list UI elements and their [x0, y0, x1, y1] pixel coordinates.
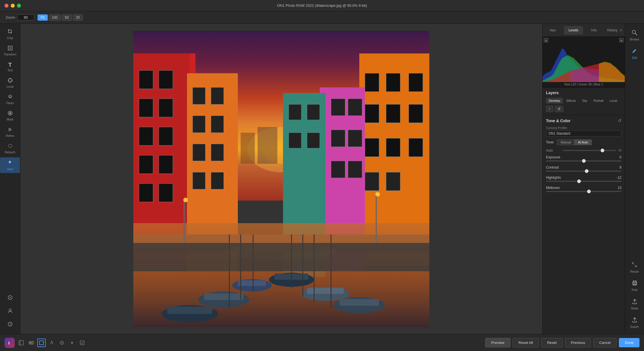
- zoom-100[interactable]: 100: [49, 14, 61, 21]
- layer-tab-sky[interactable]: Sky: [579, 98, 590, 104]
- maximize-button[interactable]: [17, 4, 21, 8]
- checkbox-icon[interactable]: [78, 339, 86, 347]
- layer-reset-btn[interactable]: ↺: [555, 106, 563, 112]
- tone-manual-btn[interactable]: Manual: [557, 139, 575, 145]
- traffic-lights[interactable]: [5, 4, 21, 8]
- contrast-thumb[interactable]: [585, 169, 589, 173]
- reset-all-button[interactable]: Reset All: [513, 338, 539, 347]
- svg-rect-55: [348, 99, 362, 116]
- reset-button[interactable]: Reset: [541, 338, 563, 347]
- svg-text:?: ?: [9, 323, 11, 326]
- tone-reset-icon[interactable]: ↺: [618, 118, 621, 123]
- svg-rect-36: [211, 116, 224, 133]
- zoom-fit[interactable]: Fit: [38, 14, 47, 21]
- tool-crop[interactable]: Crop: [0, 27, 20, 42]
- previous-button[interactable]: Previous: [565, 338, 591, 347]
- minimize-button[interactable]: [11, 4, 15, 8]
- tone-ai-auto-btn[interactable]: AI Auto: [575, 139, 591, 145]
- slider-midtones: Midtones 13: [546, 186, 621, 192]
- tool-local[interactable]: Local: [0, 75, 20, 91]
- auto-slider-thumb[interactable]: [601, 148, 604, 152]
- right-tool-browse[interactable]: Browse: [630, 27, 639, 44]
- tool-location[interactable]: [7, 292, 13, 305]
- svg-rect-33: [193, 87, 205, 104]
- tool-mask[interactable]: Mask: [0, 108, 20, 123]
- svg-rect-93: [133, 243, 429, 271]
- zoom-label: Zoom: [6, 15, 15, 20]
- right-tool-export[interactable]: Export: [630, 314, 639, 331]
- camera-profile-value[interactable]: ON1 Standard: [546, 130, 621, 137]
- tool-help[interactable]: ?: [7, 319, 13, 331]
- right-tool-share[interactable]: Share: [631, 296, 638, 313]
- layer-tab-develop[interactable]: Develop: [546, 98, 563, 104]
- tab-nav[interactable]: Nav: [543, 26, 562, 35]
- svg-point-8: [10, 297, 11, 298]
- exposure-track[interactable]: [546, 160, 621, 161]
- layer-tab-local[interactable]: Local: [607, 98, 620, 104]
- exposure-label: Exposure: [546, 155, 560, 159]
- zoom-50[interactable]: 50: [62, 14, 72, 21]
- filmstrip-icon[interactable]: [27, 339, 36, 347]
- right-tool-print[interactable]: Print: [632, 277, 638, 294]
- svg-rect-107: [40, 341, 43, 345]
- contrast-track[interactable]: [546, 171, 621, 172]
- dot-icon[interactable]: [68, 339, 76, 347]
- svg-rect-31: [159, 184, 173, 202]
- exposure-thumb[interactable]: [582, 159, 586, 163]
- done-button[interactable]: Done: [619, 338, 639, 347]
- share-label: Share: [631, 307, 638, 310]
- right-tool-resize[interactable]: Resize: [630, 259, 639, 276]
- tab-history[interactable]: History ↺: [605, 26, 624, 35]
- highlights-thumb[interactable]: [577, 179, 581, 183]
- svg-rect-22: [139, 70, 153, 89]
- close-button[interactable]: [5, 4, 8, 8]
- zoom-input[interactable]: [17, 14, 34, 20]
- svg-rect-44: [409, 73, 423, 92]
- canvas-area[interactable]: [20, 24, 542, 334]
- tool-faces[interactable]: Faces: [0, 92, 20, 107]
- preview-button[interactable]: Preview: [485, 338, 510, 347]
- tool-transform[interactable]: Transform: [0, 43, 20, 58]
- slider-exposure: Exposure 0: [546, 155, 621, 161]
- tool-text[interactable]: T Text: [0, 59, 20, 74]
- zoom-25[interactable]: 25: [73, 14, 83, 21]
- tool-user[interactable]: [7, 306, 13, 318]
- histogram-left-arrow[interactable]: ▲: [544, 38, 548, 42]
- cancel-button[interactable]: Cancel: [593, 338, 616, 347]
- svg-line-96: [632, 263, 636, 267]
- histogram-right-arrow[interactable]: ▲: [619, 38, 624, 42]
- right-tool-edit[interactable]: Edit: [632, 45, 638, 62]
- tab-info[interactable]: Info: [585, 26, 604, 35]
- midtones-thumb[interactable]: [587, 190, 591, 193]
- camera-profile-label: Camera Profile:: [546, 126, 621, 130]
- layer-export-btn[interactable]: ↑: [546, 106, 553, 112]
- circle-overlay-icon[interactable]: [58, 339, 66, 347]
- auto-slider-track[interactable]: [562, 150, 616, 151]
- svg-rect-79: [167, 307, 212, 314]
- svg-rect-16: [241, 133, 255, 164]
- svg-rect-64: [307, 133, 320, 148]
- svg-rect-99: [634, 284, 636, 285]
- sidebar-toggle-icon[interactable]: [17, 339, 25, 347]
- svg-rect-105: [30, 342, 31, 344]
- share-icon: [632, 298, 638, 306]
- svg-point-94: [632, 30, 636, 34]
- text-overlay-icon[interactable]: A: [47, 339, 56, 347]
- midtones-track[interactable]: [546, 191, 621, 192]
- tool-refine[interactable]: Refine: [0, 124, 20, 140]
- tool-retouch[interactable]: Retouch: [0, 141, 20, 156]
- history-refresh-icon: ↺: [619, 29, 622, 32]
- tool-view[interactable]: View: [0, 157, 20, 173]
- frame-icon[interactable]: [37, 339, 46, 347]
- svg-point-9: [9, 309, 11, 311]
- refine-icon: [7, 127, 13, 134]
- svg-rect-51: [365, 172, 379, 191]
- svg-rect-35: [193, 116, 205, 133]
- tab-levels[interactable]: Levels: [564, 26, 583, 35]
- highlights-label: Highlights: [546, 176, 561, 180]
- highlights-track[interactable]: [546, 181, 621, 182]
- contrast-value: 8: [619, 165, 621, 169]
- layer-tab-portrait[interactable]: Portrait: [591, 98, 606, 104]
- svg-rect-38: [211, 144, 224, 161]
- layer-tab-effects[interactable]: Effects: [564, 98, 578, 104]
